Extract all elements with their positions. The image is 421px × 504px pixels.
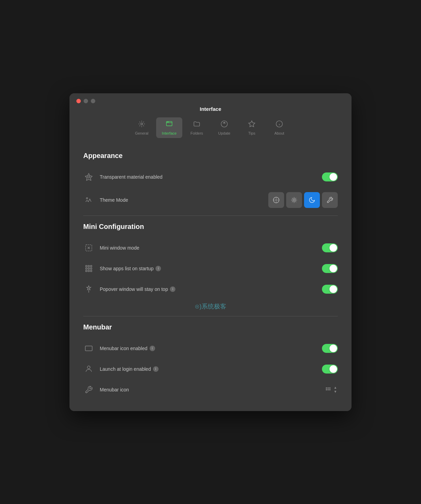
menubar-icon-toggle[interactable] [322, 344, 338, 353]
mini-window-toggle[interactable] [322, 243, 338, 252]
svg-rect-20 [86, 270, 87, 272]
theme-mode-row: Theme Mode [83, 187, 338, 213]
mini-config-title: Mini Configuration [83, 223, 338, 231]
titlebar: Interface General [69, 93, 352, 144]
svg-point-27 [328, 387, 329, 388]
theme-icon [83, 195, 94, 206]
general-icon [138, 120, 145, 130]
mini-window-icon [83, 242, 94, 253]
svg-rect-21 [88, 270, 89, 272]
theme-custom-button[interactable] [322, 192, 338, 208]
svg-point-0 [141, 123, 143, 125]
popover-stay-top-row: Popover window will stay on top i [83, 279, 338, 300]
show-apps-toggle[interactable] [322, 264, 338, 273]
svg-point-10 [86, 198, 88, 199]
svg-point-3 [167, 122, 168, 122]
tab-about-label: About [274, 131, 284, 135]
tab-folders-label: Folders [191, 131, 203, 135]
maximize-button[interactable] [91, 99, 95, 103]
stepper-down-button[interactable]: ▼ [333, 390, 338, 393]
menubar-icon-name-label: Menubar icon [100, 387, 319, 392]
update-icon [220, 120, 228, 130]
appearance-title: Appearance [83, 152, 338, 160]
tab-interface-label: Interface [162, 131, 177, 135]
transparent-toggle[interactable] [322, 172, 338, 181]
watermark-text: ⊙)系统极客 [195, 303, 226, 310]
main-window: Interface General [69, 93, 352, 411]
svg-point-9 [88, 176, 90, 178]
show-apps-info-icon[interactable]: i [155, 266, 161, 271]
theme-light-button[interactable] [286, 192, 302, 208]
tab-about[interactable]: About [266, 117, 292, 138]
tab-tips[interactable]: Tips [239, 117, 265, 138]
svg-point-31 [330, 389, 331, 390]
stepper-arrows: ▲ ▼ [333, 386, 338, 393]
stepper-grid-icon [325, 386, 332, 393]
svg-rect-19 [90, 268, 92, 269]
toolbar: General Interface [129, 117, 292, 144]
tab-update-label: Update [218, 131, 230, 135]
tab-folders[interactable]: Folders [184, 117, 210, 138]
show-apps-label: Show apps list on startup i [100, 266, 316, 271]
menubar-icon-enabled-row: Menubar icon enabled i [83, 338, 338, 359]
svg-rect-24 [85, 346, 92, 351]
close-button[interactable] [76, 99, 81, 103]
launch-at-login-icon [83, 364, 94, 375]
menubar-icon-info[interactable]: i [150, 346, 155, 351]
tab-general[interactable]: General [129, 117, 155, 138]
svg-point-29 [326, 389, 327, 390]
svg-point-25 [87, 366, 90, 369]
menubar-icon-stepper: ▲ ▼ [325, 386, 338, 393]
tab-update[interactable]: Update [211, 117, 237, 138]
svg-rect-14 [86, 265, 87, 267]
popover-info-icon[interactable]: i [170, 286, 175, 292]
svg-point-28 [330, 387, 331, 388]
menubar-icon-selector-icon [83, 384, 94, 395]
theme-auto-button[interactable] [268, 192, 284, 208]
launch-at-login-row: Launch at login enabled i [83, 359, 338, 379]
traffic-lights [76, 99, 95, 103]
theme-dark-button[interactable] [304, 192, 320, 208]
svg-point-12 [293, 199, 295, 201]
svg-point-4 [168, 122, 169, 122]
popover-label: Popover window will stay on top i [100, 286, 316, 292]
svg-rect-18 [88, 268, 89, 269]
svg-point-30 [328, 389, 329, 390]
interface-icon [165, 120, 173, 130]
popover-toggle[interactable] [322, 285, 338, 294]
launch-toggle[interactable] [322, 365, 338, 374]
tab-tips-label: Tips [248, 131, 255, 135]
tab-interface[interactable]: Interface [156, 117, 182, 138]
tips-icon [248, 120, 256, 130]
minimize-button[interactable] [84, 99, 88, 103]
svg-rect-16 [90, 265, 92, 267]
watermark: ⊙)系统极客 [83, 300, 338, 313]
launch-label: Launch at login enabled i [100, 366, 316, 372]
theme-label: Theme Mode [100, 197, 263, 203]
transparent-label: Transparent material enabled [100, 174, 316, 180]
launch-info-icon[interactable]: i [153, 366, 159, 372]
window-title: Interface [200, 106, 222, 112]
divider-2 [83, 316, 338, 316]
theme-selector [268, 192, 338, 208]
svg-marker-5 [249, 120, 255, 126]
show-apps-list-row: Show apps list on startup i [83, 258, 338, 279]
menubar-icon-label: Menubar icon enabled i [100, 346, 316, 351]
svg-rect-22 [90, 270, 92, 272]
tab-general-label: General [135, 131, 148, 135]
menubar-icon-enabled-icon [83, 343, 94, 354]
menubar-title: Menubar [83, 323, 338, 331]
stepper-up-button[interactable]: ▲ [333, 386, 338, 389]
divider-1 [83, 216, 338, 216]
menubar-section: Menubar Menubar icon enabled i [83, 323, 338, 400]
svg-rect-17 [86, 268, 87, 269]
transparent-material-row: Transparent material enabled [83, 167, 338, 187]
svg-rect-15 [88, 265, 89, 267]
folders-icon [193, 120, 201, 130]
menubar-icon-selector-row: Menubar icon ▲ ▼ [83, 379, 338, 400]
transparent-icon [83, 171, 94, 182]
content-area: Appearance Transparent material enabled [69, 144, 352, 411]
about-icon [276, 120, 283, 130]
mini-window-label: Mini window mode [100, 245, 316, 251]
popover-icon [83, 284, 94, 295]
